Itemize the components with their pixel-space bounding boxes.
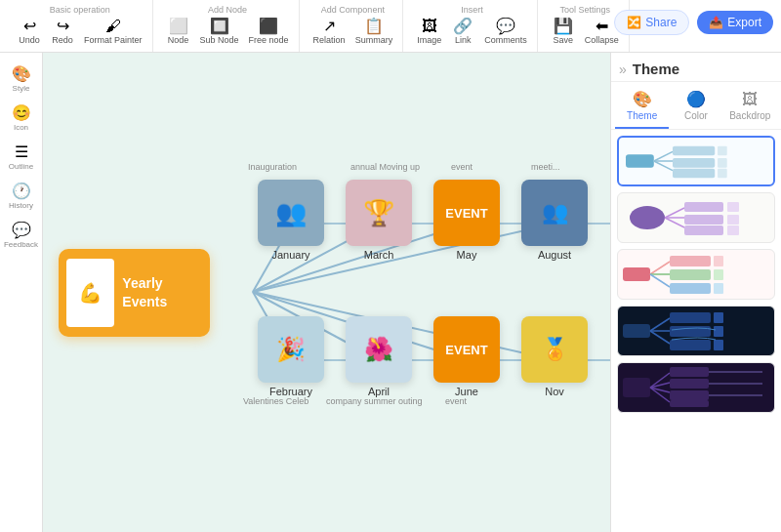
node-february[interactable]: 🎉 February Valentines Celeb <box>258 316 324 397</box>
group-items-toolsettings: 💾 Save ⬅ Collapse <box>548 17 623 47</box>
anno-january: Inauguration <box>248 162 297 172</box>
toolbar-group-addcomponent: Add Component ↗ Relation 📋 Summary <box>304 0 404 52</box>
free-node-label: Free node <box>249 35 289 45</box>
theme-item-2[interactable] <box>617 192 775 243</box>
central-node-content: 💪 Yearly Events <box>59 251 210 335</box>
node-march-label: March <box>364 249 394 261</box>
image-button[interactable]: 🖼 Image <box>413 17 445 47</box>
theme-item-1[interactable] <box>617 136 775 186</box>
theme-preview-4 <box>618 307 774 355</box>
svg-rect-42 <box>623 378 650 397</box>
node-may[interactable]: event EVENT May <box>433 180 500 261</box>
sidebar-item-outline[interactable]: ☰ Outline <box>4 139 39 174</box>
outline-icon: ☰ <box>15 143 28 161</box>
save-button[interactable]: 💾 Save <box>548 17 579 47</box>
svg-rect-16 <box>684 202 723 212</box>
svg-rect-19 <box>727 202 739 212</box>
svg-rect-39 <box>714 312 723 323</box>
mind-map-canvas[interactable]: 💪 Yearly Events Inauguration 👥 January a… <box>43 53 610 532</box>
node-may-label: May <box>457 249 477 261</box>
relation-button[interactable]: ↗ Relation <box>309 17 349 47</box>
panel-header: » Theme <box>611 53 781 82</box>
comments-button[interactable]: 💬 Comments <box>480 17 531 47</box>
image-label: Image <box>417 35 441 45</box>
node-january[interactable]: Inauguration 👥 January <box>258 180 324 261</box>
tab-color-icon: 🔵 <box>686 90 706 108</box>
summary-button[interactable]: 📋 Summary <box>351 17 397 47</box>
share-button[interactable]: 🔀 Share <box>614 10 689 35</box>
group-items-addnode: ⬜ Node 🔲 Sub Node ⬛ Free node <box>163 17 293 47</box>
group-label-toolsettings: Tool Settings <box>559 5 610 15</box>
group-items-insert: 🖼 Image 🔗 Link 💬 Comments <box>413 17 531 47</box>
format-painter-button[interactable]: 🖌 Format Painter <box>80 17 146 47</box>
tab-backdrop[interactable]: 🖼 Backdrop <box>723 86 777 129</box>
svg-line-15 <box>665 218 684 227</box>
svg-rect-10 <box>718 158 727 168</box>
svg-rect-27 <box>670 269 711 280</box>
export-button[interactable]: 📤 Export <box>697 11 773 34</box>
svg-rect-48 <box>670 379 709 389</box>
node-january-label: January <box>271 249 309 261</box>
theme-preview-1 <box>619 138 773 184</box>
anno-may: event <box>451 162 473 172</box>
left-sidebar: 🎨 Style 😊 Icon ☰ Outline 🕐 History 💬 Fee… <box>0 53 43 532</box>
tab-theme[interactable]: 🎨 Theme <box>615 86 669 129</box>
sub-node-icon: 🔲 <box>210 19 229 34</box>
format-painter-label: Format Painter <box>84 35 143 45</box>
sidebar-item-style[interactable]: 🎨 Style <box>4 61 39 96</box>
node-november[interactable]: 🏅 Nov <box>521 316 588 397</box>
redo-button[interactable]: ↪ Redo <box>47 17 78 47</box>
node-april[interactable]: 🌺 April company summer outing <box>346 316 412 397</box>
link-button[interactable]: 🔗 Link <box>447 17 478 47</box>
free-node-button[interactable]: ⬛ Free node <box>245 17 293 47</box>
central-node[interactable]: 💪 Yearly Events <box>59 249 210 337</box>
theme-item-4[interactable] <box>617 306 775 356</box>
redo-icon: ↪ <box>57 19 69 34</box>
tab-color-label: Color <box>684 110 708 121</box>
node-june[interactable]: EVENT June event <box>433 316 500 397</box>
node-button[interactable]: ⬜ Node <box>163 17 194 47</box>
svg-rect-21 <box>727 225 739 235</box>
relation-icon: ↗ <box>323 19 336 34</box>
anno-august: meeti... <box>531 162 560 172</box>
save-label: Save <box>553 35 573 45</box>
comments-icon: 💬 <box>496 19 515 34</box>
theme-item-3[interactable] <box>617 249 775 300</box>
tab-backdrop-icon: 🖼 <box>742 91 758 108</box>
tab-theme-label: Theme <box>627 110 657 121</box>
free-node-icon: ⬛ <box>259 19 278 34</box>
style-icon: 🎨 <box>12 64 31 83</box>
tab-color[interactable]: 🔵 Color <box>669 86 722 129</box>
svg-rect-41 <box>714 340 723 350</box>
svg-rect-38 <box>670 340 711 350</box>
anno-march: annual Moving up <box>350 162 420 172</box>
node-label: Node <box>168 35 189 45</box>
svg-rect-37 <box>670 326 711 337</box>
svg-rect-32 <box>623 324 650 338</box>
svg-rect-30 <box>714 269 723 280</box>
group-label-basic: Basic operation <box>50 5 110 15</box>
sidebar-item-history[interactable]: 🕐 History <box>4 178 39 213</box>
tab-backdrop-label: Backdrop <box>729 110 770 121</box>
svg-line-35 <box>650 331 670 344</box>
svg-rect-7 <box>673 158 715 168</box>
toolbar-group-addnode: Add Node ⬜ Node 🔲 Sub Node ⬛ Free node <box>157 0 300 52</box>
sidebar-item-icon[interactable]: 😊 Icon <box>4 100 39 135</box>
sidebar-item-feedback[interactable]: 💬 Feedback <box>4 217 39 252</box>
top-right-buttons: 🔀 Share 📤 Export <box>614 10 773 35</box>
svg-line-5 <box>654 161 673 171</box>
theme-item-5[interactable] <box>617 362 775 413</box>
node-august[interactable]: meeti... 👥 August <box>521 180 588 261</box>
summary-icon: 📋 <box>364 19 384 34</box>
undo-icon: ↩ <box>23 19 36 34</box>
svg-line-25 <box>650 274 670 287</box>
node-march[interactable]: annual Moving up 🏆 March <box>346 180 412 261</box>
svg-rect-28 <box>670 283 711 294</box>
sub-node-button[interactable]: 🔲 Sub Node <box>196 17 243 47</box>
undo-button[interactable]: ↩ Undo <box>14 17 45 47</box>
anno-april: company summer outing <box>326 396 423 406</box>
collapse-icon: ⬅ <box>596 19 608 34</box>
svg-rect-36 <box>670 312 711 323</box>
panel-expand-icon[interactable]: » <box>619 61 627 77</box>
theme-grid <box>611 130 781 532</box>
